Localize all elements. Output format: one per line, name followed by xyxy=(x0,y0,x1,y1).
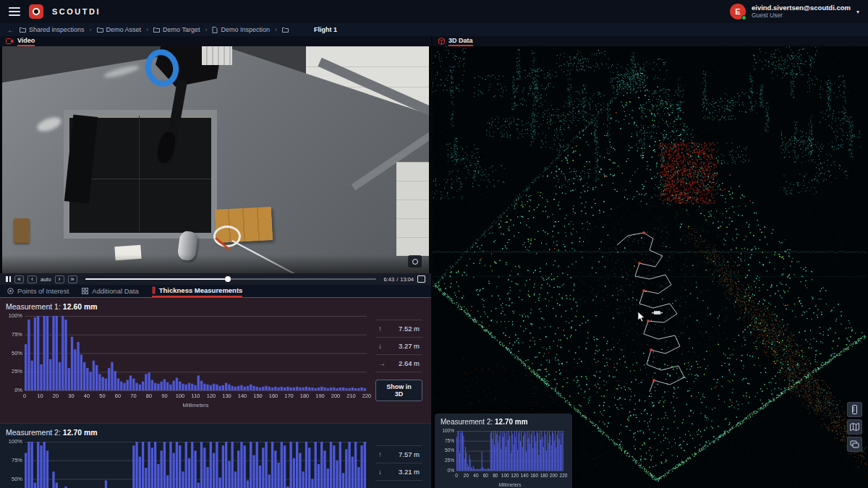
folder-icon xyxy=(153,27,160,33)
distance-down-row: ↓ 3.21 m xyxy=(375,463,422,481)
video-bottom-shadow xyxy=(2,254,429,273)
show-in-3d-button[interactable]: Show in 3D xyxy=(375,380,422,401)
video-section: Video xyxy=(0,36,433,488)
tab-thickness-measurements[interactable]: Thickness Measurements xyxy=(152,285,243,297)
back-button[interactable]: ← xyxy=(7,26,14,34)
breadcrumb-item-flight-folder[interactable] xyxy=(282,27,292,33)
measurement-1-stats: ↑ 7.52 m ↓ 3.27 m → 2.64 m Show in 3D xyxy=(371,312,425,415)
document-icon xyxy=(212,27,218,33)
tab-additional-data[interactable]: Additional Data xyxy=(82,285,138,297)
user-menu[interactable]: E eivind.sivertsen@scoutdi.com Guest Use… xyxy=(730,4,859,20)
view3d-toolbar xyxy=(847,402,862,452)
layers-icon xyxy=(850,440,859,448)
data-tabbar: Points of Interest Additional Data Thick… xyxy=(0,285,431,297)
breadcrumb-item-demo-inspection[interactable]: Demo Inspection xyxy=(212,26,270,33)
video-progress-bar[interactable] xyxy=(85,275,376,283)
distance-down-value: 3.27 m xyxy=(399,342,420,350)
distance-down-value: 3.21 m xyxy=(399,468,420,476)
breadcrumb-item-shared-inspections[interactable]: Shared inspections xyxy=(20,26,85,33)
step-forward-button[interactable]: › xyxy=(55,275,64,283)
measurement-1-card: Measurement 1: 12.60 mm ↑ 7.52 m ↓ 3.27 … xyxy=(0,297,431,424)
distance-up-row: ↑ 7.52 m xyxy=(375,320,422,337)
measure-tool-button[interactable] xyxy=(847,402,862,417)
tiled-wall xyxy=(396,162,431,256)
measurement-2-overlay: Measurement 2: 12.70 mm xyxy=(435,414,572,488)
measurement-1-value: 12.60 mm xyxy=(63,302,98,311)
skip-forward-button[interactable]: » xyxy=(68,275,77,283)
tab-points-of-interest[interactable]: Points of Interest xyxy=(7,285,69,297)
total-time: 13:04 xyxy=(400,276,414,283)
breadcrumb-separator: › xyxy=(146,26,148,33)
measurement-2-value: 12.70 mm xyxy=(63,428,98,437)
breadcrumb: ← Shared inspections › Demo Asset › Demo… xyxy=(0,23,868,36)
step-back-button[interactable]: ‹ xyxy=(27,275,37,283)
breadcrumb-item-demo-asset[interactable]: Demo Asset xyxy=(97,26,142,33)
poi-icon xyxy=(7,288,14,294)
distance-right-value: 2.64 m xyxy=(399,359,420,367)
breadcrumb-separator: › xyxy=(90,26,92,33)
distance-right-row: → 2.64 m xyxy=(375,354,422,372)
folder-icon xyxy=(97,27,103,33)
distance-down-row: ↓ 3.27 m xyxy=(375,337,422,354)
measurement-1-chart xyxy=(6,312,371,415)
video-display xyxy=(0,46,431,273)
breadcrumb-item-demo-target[interactable]: Demo Target xyxy=(153,26,200,33)
folder-icon xyxy=(20,27,26,33)
measurement-2-chart xyxy=(6,438,371,488)
tab-video[interactable]: Video xyxy=(0,36,431,46)
grid-icon xyxy=(82,288,88,294)
white-connector xyxy=(202,46,232,65)
skip-back-button[interactable]: « xyxy=(14,275,24,283)
chevron-down-icon: ▾ xyxy=(856,9,859,15)
avatar: E xyxy=(730,4,746,20)
video-camera-icon xyxy=(6,38,14,44)
user-email: eivind.sivertsen@scoutdi.com xyxy=(752,4,851,12)
brand-name: SCOUTDI xyxy=(52,7,101,16)
arrow-down-icon: ↓ xyxy=(378,468,382,476)
breadcrumb-current-flight[interactable]: Flight 1 xyxy=(314,26,337,33)
video-controls: « ‹ auto › » 6:43 / 13:04 xyxy=(0,273,431,285)
tab-3d-data[interactable]: 3D Data xyxy=(433,36,868,46)
map-view-button[interactable] xyxy=(847,419,862,435)
measurement-2-stats: ↑ 7.57 m ↓ 3.21 m xyxy=(371,438,425,488)
overlay-title: Measurement 2: 12.70 mm xyxy=(441,418,568,426)
measurement-1-title: Measurement 1: 12.60 mm xyxy=(6,302,425,311)
pointcloud-viewport[interactable]: Measurement 2: 12.70 mm xyxy=(433,46,868,488)
distance-up-value: 7.57 m xyxy=(399,450,420,458)
arrow-up-icon: ↑ xyxy=(378,450,382,458)
cube-icon xyxy=(438,38,445,45)
distance-up-value: 7.52 m xyxy=(399,325,420,333)
crosshair-icon xyxy=(412,259,418,265)
measurement-2-title: Measurement 2: 12.70 mm xyxy=(6,428,425,437)
measurement-2-card: Measurement 2: 12.70 mm ↑ 7.57 m ↓ 3.21 … xyxy=(0,424,431,488)
mouse-cursor xyxy=(637,311,646,323)
arrow-down-icon: ↓ xyxy=(378,342,382,350)
menu-icon[interactable] xyxy=(9,7,20,16)
user-role: Guest User xyxy=(752,12,851,20)
breadcrumb-separator: › xyxy=(205,26,207,33)
ruler-vertical-icon xyxy=(852,405,857,414)
scoutdi-logo[interactable] xyxy=(29,4,43,19)
arrow-up-icon: ↑ xyxy=(378,325,382,333)
ruler-icon xyxy=(152,286,156,294)
online-status-dot xyxy=(741,15,746,20)
current-time: 6:43 xyxy=(384,276,395,283)
breadcrumb-separator: › xyxy=(275,26,277,33)
distance-up-row: ↑ 7.57 m xyxy=(375,445,422,463)
overlay-value: 12.70 mm xyxy=(495,418,528,426)
fullscreen-button[interactable] xyxy=(417,275,425,283)
logo-ring-icon xyxy=(33,8,40,15)
pointcloud-settings-button[interactable] xyxy=(847,437,862,452)
auto-label: auto xyxy=(41,276,51,283)
wall-device xyxy=(14,218,30,243)
arrow-right-icon: → xyxy=(378,359,386,367)
folder-icon xyxy=(282,27,289,33)
topbar: SCOUTDI E eivind.sivertsen@scoutdi.com G… xyxy=(0,0,868,23)
gimbal-reset-button[interactable] xyxy=(408,255,422,267)
data3d-section: 3D Data Measurement 2: 12.70 mm xyxy=(433,36,868,488)
pause-button[interactable] xyxy=(6,276,11,282)
map-icon xyxy=(850,423,859,431)
overlay-chart xyxy=(441,427,568,488)
time-separator: / xyxy=(396,276,398,283)
app-root: SCOUTDI E eivind.sivertsen@scoutdi.com G… xyxy=(0,0,868,488)
